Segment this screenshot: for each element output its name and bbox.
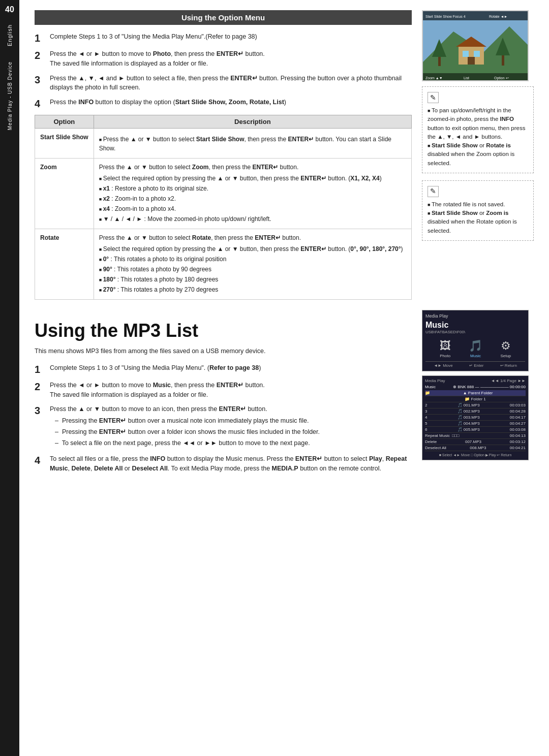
item-005-time: 00:03:08 (510, 427, 526, 432)
mp3-step-4-text: To select all files or a file, press the… (50, 454, 412, 474)
screen2-bnk: ⊕ BNK 888 — ——————— 00:00:00 (453, 385, 526, 389)
item-006-time: 00:04:13 (510, 433, 526, 438)
svg-text:Option ↩: Option ↩ (494, 76, 509, 80)
option-table: Option Description Start Slide Show Pres… (35, 115, 412, 300)
item-007-label: 007.MP3 (465, 439, 481, 444)
screen1-music-icon: 🎵 Music (469, 339, 482, 358)
media-play-screen-2: Media Play ◄◄ 1/4 Page ►► Music ⊕ BNK 88… (422, 375, 529, 460)
item-008-label: 008.MP3 (470, 446, 486, 450)
setup-label: Setup (500, 354, 511, 358)
note-icon-1: ✎ (428, 92, 439, 103)
item-003-time: 00:04:17 (510, 415, 526, 420)
col-description: Description (94, 115, 411, 129)
option-slideshow: Start Slide Show (35, 129, 94, 159)
desc-rotate: Press the ▲ or ▼ button to select Rotate… (94, 229, 411, 300)
item-delete-label: Delete (425, 439, 437, 444)
step-3: 3 Press the ▲, ▼, ◄ and ► button to sele… (35, 74, 412, 93)
mp3-step-2-num: 2 (35, 381, 46, 393)
mp3-step-1: 1 Complete Steps 1 to 3 of "Using the Me… (35, 363, 412, 375)
screen1-path: USB\FATBASED\F00\ (425, 330, 465, 334)
item-001-time: 00:03:03 (510, 403, 526, 407)
step-1: 1 Complete Steps 1 to 3 of "Using the Me… (35, 32, 412, 44)
mp3-step-1-text: Complete Steps 1 to 3 of "Using the Medi… (50, 363, 261, 373)
screen2-music-row: Music ⊕ BNK 888 — ——————— 00:00:00 (425, 385, 526, 389)
photo-thumbnail: Start Slide Show Focus 4 Rotate ◄► Zoom … (422, 10, 529, 81)
item-001-label: 🎵 001.MP3 (458, 403, 480, 407)
item-002-label: 🎵 002.MP3 (458, 409, 480, 414)
note-1-item-1: To pan up/down/left/right in the zoomed-… (428, 106, 528, 141)
mp3-right: Media Play Music USB\FATBASED\F00\ 🖼 Pho… (422, 310, 534, 479)
item-004-label: 🎵 004.MP3 (458, 421, 480, 426)
svg-text:List: List (464, 76, 469, 80)
screen1-icons: 🖼 Photo 🎵 Music ⚙ Setup (425, 339, 525, 358)
list-item-parent: 📁 ▲ Parent Folder (425, 390, 526, 396)
list-item-007: Delete 007.MP3 00:03:12 (425, 439, 526, 445)
col-option: Option (35, 115, 94, 129)
mp3-step-3-text: Press the ▲ or ▼ button to move to an ic… (50, 404, 320, 449)
mp3-step-4-num: 4 (35, 454, 46, 466)
photo-label: Photo (440, 354, 450, 358)
list-item-004: 5 🎵 004.MP3 00:04:27 (425, 421, 526, 427)
item-parent-label: ▲ Parent Folder (463, 391, 493, 395)
step-2: 2 Press the ◄ or ► button to move to Pho… (35, 49, 412, 69)
step-4-num: 4 (35, 98, 46, 110)
list-item-008: Deselect All 008.MP3 00:04:21 (425, 445, 526, 451)
note-2-item-1: The rotated file is not saved. (428, 200, 528, 209)
page-number: 40 (5, 5, 14, 14)
mp3-title: Using the MP3 List (35, 320, 412, 341)
mp3-section: Using the MP3 List This menu shows MP3 f… (35, 310, 534, 479)
svg-rect-4 (463, 51, 469, 57)
svg-text:Start Slide Show Focus 4: Start Slide Show Focus 4 (425, 15, 466, 18)
screen2-footer: ■ Select ◄► Move □ Option ▶ Play ↩ Retur… (425, 453, 526, 457)
table-row-zoom: Zoom Press the ▲ or ▼ button to select Z… (35, 159, 412, 229)
note-icon-2: ✎ (428, 186, 439, 197)
option-menu-left: Using the Option Menu 1 Complete Steps 1… (35, 10, 412, 300)
list-item-folder1: 📁 Folder 1 (425, 396, 526, 402)
note-box-1: ✎ To pan up/down/left/right in the zoome… (422, 86, 534, 173)
svg-rect-6 (468, 57, 475, 65)
note-1-item-2: Start Slide Show or Rotate is disabled w… (428, 141, 528, 168)
nav-return: ↩ Return (500, 363, 517, 368)
screen1-setup-icon: ⚙ Setup (500, 339, 511, 358)
item-007-time: 00:03:12 (510, 439, 526, 444)
svg-rect-7 (438, 56, 441, 66)
item-004-time: 00:04:27 (510, 421, 526, 426)
option-menu-right: Start Slide Show Focus 4 Rotate ◄► Zoom … (422, 10, 534, 300)
media-play-screen-1: Media Play Music USB\FATBASED\F00\ 🖼 Pho… (422, 310, 529, 371)
item-repeat-area: Repeat Music □□□ (425, 433, 459, 438)
svg-rect-5 (474, 51, 480, 57)
step-4-text: Press the INFO button to display the opt… (50, 98, 286, 107)
section-label: Media Play - USB Device (7, 61, 13, 130)
mp3-left: Using the MP3 List This menu shows MP3 f… (35, 310, 412, 479)
step-3-num: 3 (35, 74, 46, 86)
svg-rect-9 (502, 54, 504, 66)
step-1-text: Complete Steps 1 to 3 of "Using the Medi… (50, 32, 257, 42)
music-symbol: 🎵 (469, 339, 482, 353)
item-num-5: 5 (425, 421, 427, 426)
item-003-label: 🎵 003.MP3 (458, 415, 480, 420)
screen1-nav: ◄► Move ↵ Enter ↩ Return (425, 361, 525, 368)
step-3-text: Press the ▲, ▼, ◄ and ► button to select… (50, 74, 412, 93)
svg-text:Zoom ▲▼: Zoom ▲▼ (425, 76, 443, 80)
photo-symbol: 🖼 (440, 339, 451, 353)
list-item-001: 2 🎵 001.MP3 00:03:03 (425, 402, 526, 408)
svg-text:Rotate ◄►: Rotate ◄► (489, 15, 507, 18)
screen2-music-label: Music (425, 385, 436, 389)
mp3-step-4: 4 To select all files or a file, press t… (35, 454, 412, 474)
screen1-title: Media Play (425, 313, 525, 319)
language-label: English (7, 24, 13, 46)
setup-symbol: ⚙ (501, 339, 511, 353)
step-2-text: Press the ◄ or ► button to move to Photo… (50, 49, 265, 69)
step-4: 4 Press the INFO button to display the o… (35, 98, 412, 110)
table-row-slideshow: Start Slide Show Press the ▲ or ▼ button… (35, 129, 412, 159)
screen2-title: Media Play (425, 379, 445, 383)
note-2-item-2: Start Slide Show or Zoom is disabled whe… (428, 209, 528, 235)
item-num-2: 2 (425, 403, 427, 407)
item-num-4: 4 (425, 415, 427, 420)
list-item-006: Repeat Music □□□ 00:04:13 (425, 433, 526, 439)
item-deleteall-label: Deselect All (425, 446, 446, 450)
list-item-005: 6 🎵 005.MP3 00:03:08 (425, 427, 526, 433)
table-row-rotate: Rotate Press the ▲ or ▼ button to select… (35, 229, 412, 300)
item-008-time: 00:04:21 (510, 446, 526, 450)
item-folder1-label: 📁 Folder 1 (465, 397, 486, 401)
